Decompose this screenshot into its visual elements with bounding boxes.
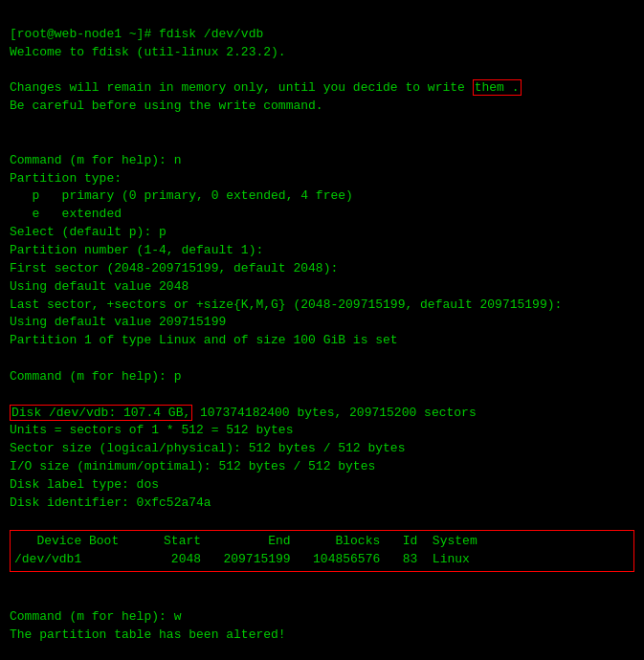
line-1: [root@web-node1 ~]# fdisk /dev/vdb Welco… — [10, 27, 562, 510]
highlight-them: them . — [473, 79, 522, 96]
partition-table: Device Boot Start End Blocks Id System /… — [10, 530, 634, 572]
highlight-disk-size: Disk /dev/vdb: 107.4 GB, — [10, 405, 192, 421]
line-after-table: Command (m for help): w The partition ta… — [10, 609, 330, 660]
terminal-output: [root@web-node1 ~]# fdisk /dev/vdb Welco… — [10, 8, 634, 660]
